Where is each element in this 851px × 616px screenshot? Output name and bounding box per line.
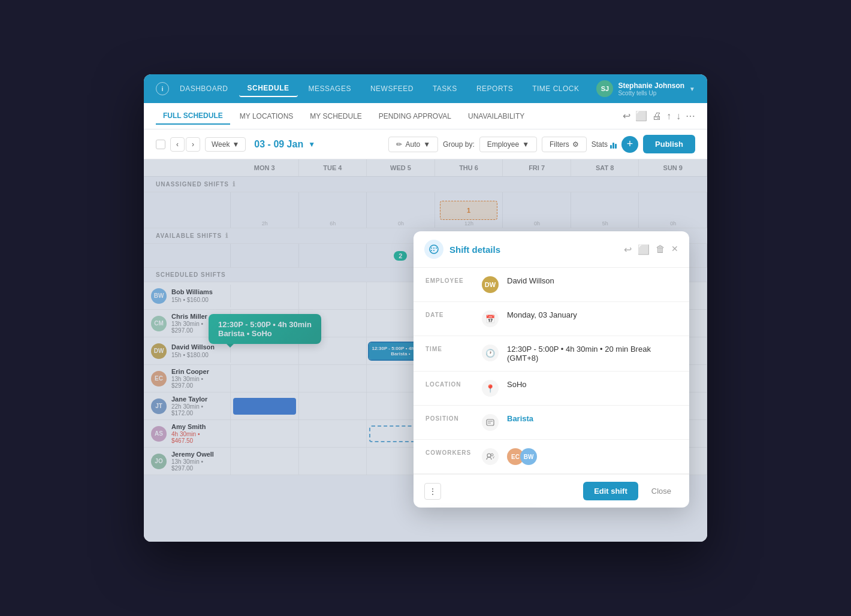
coworker-avatar-2: BW (520, 448, 537, 465)
nav-newsfeed[interactable]: NEWSFEED (362, 81, 422, 96)
top-nav-right: SJ Stephanie Johnson Scotty tells Up ▼ (596, 80, 695, 97)
location-field-icon: 📍 (482, 380, 499, 397)
time-field-icon: 🕐 (482, 345, 499, 361)
select-all-checkbox[interactable] (156, 140, 165, 149)
modal-title: Shift details (449, 244, 618, 255)
user-avatar: SJ (596, 80, 613, 97)
info-button[interactable]: i (156, 82, 169, 95)
pencil-icon: ✏ (396, 140, 402, 149)
svg-point-9 (487, 454, 491, 457)
svg-point-0 (430, 245, 438, 253)
position-field-label: POSITION (426, 414, 473, 422)
user-info: SJ Stephanie Johnson Scotty tells Up ▼ (596, 80, 695, 97)
modal-overlay[interactable]: Shift details ↩ ⬜ 🗑 ✕ EMPLOYEE DW David … (144, 159, 707, 542)
svg-rect-6 (487, 419, 494, 425)
week-dropdown-icon: ▼ (232, 140, 239, 149)
svg-point-2 (433, 247, 434, 249)
coworkers-field-avatars: EC BW (507, 448, 677, 465)
svg-point-1 (431, 247, 432, 249)
sub-nav-icons: ↩ ⬜ 🖨 ↑ ↓ ⋯ (623, 110, 695, 122)
nav-reports[interactable]: REPORTS (468, 81, 521, 96)
modal-delete-icon[interactable]: 🗑 (656, 244, 665, 255)
date-nav-arrows: ‹ › (170, 137, 200, 152)
filter-icon: ⚙ (572, 140, 579, 149)
svg-point-4 (431, 250, 432, 251)
time-field-value: 12:30P - 5:00P • 4h 30min • 20 min Break… (507, 345, 677, 363)
publish-button[interactable]: Publish (643, 135, 695, 153)
schedule-content: MON 3 TUE 4 WED 5 THU 6 FRI 7 SAT 8 SUN … (144, 159, 707, 542)
nav-tasks[interactable]: TASKS (424, 81, 466, 96)
icon-more[interactable]: ⋯ (686, 110, 695, 122)
icon-upload[interactable]: ↑ (666, 111, 671, 122)
more-options-button[interactable]: ⋮ (424, 483, 441, 500)
filters-label: Filters (550, 140, 569, 149)
toolbar-left: ‹ › Week ▼ 03 - 09 Jan ▼ (156, 137, 315, 152)
prev-week-button[interactable]: ‹ (170, 137, 185, 152)
coworkers-field-icon (482, 448, 499, 465)
shift-details-modal: Shift details ↩ ⬜ 🗑 ✕ EMPLOYEE DW David … (414, 231, 689, 508)
subnav-mylocations[interactable]: MY LOCATIONS (233, 108, 301, 124)
filters-button[interactable]: Filters ⚙ (542, 137, 587, 152)
sub-navigation: FULL SCHEDULE MY LOCATIONS MY SCHEDULE P… (144, 103, 707, 129)
location-field-value: SoHo (507, 380, 677, 389)
modal-copy-icon[interactable]: ⬜ (638, 244, 650, 255)
user-details: Stephanie Johnson Scotty tells Up (618, 81, 684, 96)
group-by-label: Group by: (443, 140, 475, 149)
user-role: Scotty tells Up (618, 90, 684, 96)
date-field-icon: 📅 (482, 310, 499, 327)
nav-timeclock[interactable]: TIME CLOCK (524, 81, 587, 96)
auto-label: Auto (405, 140, 420, 149)
groupby-dropdown-icon: ▼ (522, 140, 529, 149)
svg-point-3 (436, 247, 437, 249)
stats-chart-icon (610, 140, 617, 149)
icon-copy[interactable]: ⬜ (635, 110, 647, 122)
icon-print[interactable]: 🖨 (652, 111, 662, 122)
toolbar-right: ✏ Auto ▼ Group by: Employee ▼ Filters ⚙ … (388, 135, 695, 153)
subnav-fullschedule[interactable]: FULL SCHEDULE (156, 108, 230, 125)
modal-field-location: LOCATION 📍 SoHo (414, 372, 689, 406)
modal-header-actions: ↩ ⬜ 🗑 ✕ (624, 244, 678, 255)
modal-field-coworkers: COWORKERS EC BW (414, 440, 689, 474)
top-navigation: i DASHBOARD SCHEDULE MESSAGES NEWSFEED T… (144, 74, 707, 103)
modal-field-position: POSITION Barista (414, 406, 689, 440)
nav-schedule[interactable]: SCHEDULE (239, 80, 298, 97)
modal-header: Shift details ↩ ⬜ 🗑 ✕ (414, 231, 689, 268)
modal-close-icon[interactable]: ✕ (671, 244, 678, 255)
icon-download[interactable]: ↓ (676, 111, 681, 122)
location-field-label: LOCATION (426, 380, 473, 388)
nav-dashboard[interactable]: DASHBOARD (171, 81, 237, 96)
add-shift-button[interactable]: + (621, 136, 638, 153)
auto-dropdown-icon: ▼ (423, 140, 430, 149)
employee-field-avatar: DW (482, 276, 499, 293)
nav-messages[interactable]: MESSAGES (300, 81, 360, 96)
subnav-pendingapproval[interactable]: PENDING APPROVAL (372, 108, 458, 124)
modal-close-button[interactable]: Close (644, 482, 678, 500)
coworkers-field-label: COWORKERS (426, 448, 473, 456)
week-selector[interactable]: Week ▼ (205, 137, 246, 152)
date-field-value: Monday, 03 January (507, 310, 677, 319)
employee-field-label: EMPLOYEE (426, 276, 473, 284)
edit-shift-button[interactable]: Edit shift (583, 482, 638, 500)
modal-field-time: TIME 🕐 12:30P - 5:00P • 4h 30min • 20 mi… (414, 336, 689, 372)
modal-icon (424, 240, 443, 259)
auto-button[interactable]: ✏ Auto ▼ (388, 137, 438, 152)
user-name: Stephanie Johnson (618, 81, 684, 90)
groupby-value: Employee (487, 140, 519, 149)
modal-body: EMPLOYEE DW David Willson DATE 📅 Monday,… (414, 268, 689, 474)
schedule-toolbar: ‹ › Week ▼ 03 - 09 Jan ▼ ✏ Auto ▼ Group … (144, 129, 707, 159)
modal-field-date: DATE 📅 Monday, 03 January (414, 302, 689, 336)
modal-undo-icon[interactable]: ↩ (624, 244, 632, 255)
date-dropdown-icon[interactable]: ▼ (308, 140, 315, 149)
svg-point-10 (491, 454, 493, 456)
icon-refresh[interactable]: ↩ (623, 110, 630, 122)
position-field-value: Barista (507, 414, 677, 423)
next-week-button[interactable]: › (186, 137, 200, 152)
user-dropdown-icon[interactable]: ▼ (689, 86, 695, 92)
subnav-unavailability[interactable]: UNAVAILABILITY (461, 108, 532, 124)
date-field-label: DATE (426, 310, 473, 318)
stats-button[interactable]: Stats (592, 140, 617, 149)
groupby-selector[interactable]: Employee ▼ (479, 137, 537, 152)
stats-label: Stats (592, 140, 608, 149)
subnav-myschedule[interactable]: MY SCHEDULE (303, 108, 369, 124)
time-field-label: TIME (426, 345, 473, 352)
